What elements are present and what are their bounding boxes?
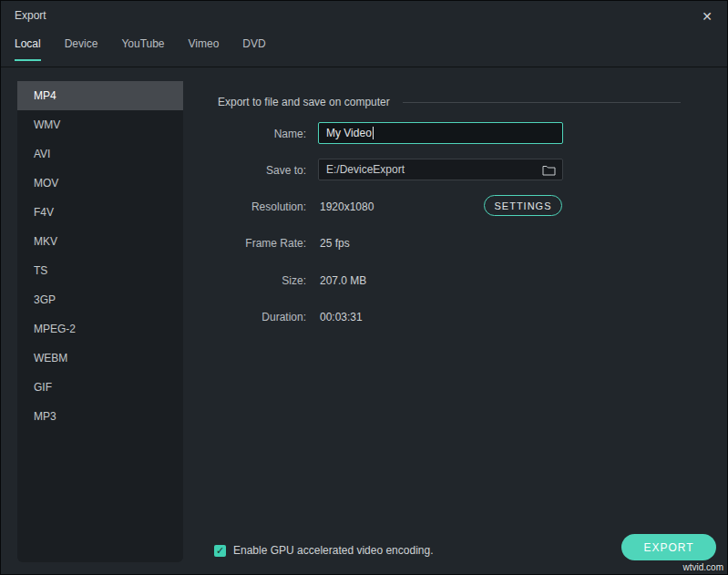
gpu-checkbox-label: Enable GPU accelerated video encoding.	[233, 544, 433, 557]
format-item-wmv[interactable]: WMV	[17, 110, 183, 139]
format-item-avi[interactable]: AVI	[17, 139, 183, 169]
tab-bar: Local Device YouTube Vimeo DVD	[15, 37, 266, 61]
tab-dvd[interactable]: DVD	[242, 37, 265, 61]
titlebar: Export ✕	[1, 1, 727, 28]
format-item-mp3[interactable]: MP3	[17, 402, 183, 431]
format-item-3gp[interactable]: 3GP	[17, 285, 183, 314]
folder-icon	[542, 164, 556, 176]
size-label: Size:	[206, 274, 306, 287]
format-item-mov[interactable]: MOV	[17, 169, 183, 198]
export-dialog: Export ✕ Local Device YouTube Vimeo DVD …	[0, 0, 728, 575]
window-title: Export	[15, 9, 46, 22]
tab-vimeo[interactable]: Vimeo	[189, 37, 220, 61]
heading-divider	[403, 102, 681, 103]
export-button[interactable]: EXPORT	[621, 534, 716, 560]
name-input-value: My Video	[326, 127, 372, 139]
format-item-mpeg2[interactable]: MPEG-2	[17, 314, 183, 344]
save-to-label: Save to:	[206, 164, 306, 177]
gpu-checkbox-row: ✓ Enable GPU accelerated video encoding.	[214, 544, 433, 557]
format-item-mp4[interactable]: MP4	[17, 81, 183, 110]
size-value: 207.0 MB	[320, 274, 366, 287]
format-item-ts[interactable]: TS	[17, 256, 183, 285]
format-item-mkv[interactable]: MKV	[17, 227, 183, 256]
panel-heading: Export to file and save on computer	[218, 96, 390, 108]
frame-rate-label: Frame Rate:	[206, 237, 306, 250]
panel-heading-row: Export to file and save on computer	[218, 96, 681, 108]
save-to-input[interactable]: E:/DeviceExport	[318, 159, 563, 180]
browse-folder-button[interactable]	[540, 161, 557, 178]
tab-divider	[1, 67, 727, 67]
gpu-checkbox[interactable]: ✓	[214, 545, 226, 557]
watermark: wtvid.com	[683, 562, 723, 572]
tab-local[interactable]: Local	[15, 37, 41, 61]
format-item-webm[interactable]: WEBM	[17, 344, 183, 373]
close-icon[interactable]: ✕	[698, 7, 716, 26]
duration-value: 00:03:31	[320, 311, 363, 323]
format-list: MP4 WMV AVI MOV F4V MKV TS 3GP MPEG-2 WE…	[17, 81, 183, 562]
name-input[interactable]: My Video	[318, 122, 563, 144]
save-to-value: E:/DeviceExport	[326, 163, 540, 176]
settings-button[interactable]: SETTINGS	[484, 195, 562, 216]
resolution-value: 1920x1080	[320, 200, 374, 213]
tab-device[interactable]: Device	[65, 37, 98, 61]
resolution-label: Resolution:	[206, 200, 306, 213]
name-label: Name:	[206, 128, 306, 140]
frame-rate-value: 25 fps	[320, 237, 350, 250]
format-item-gif[interactable]: GIF	[17, 373, 183, 402]
duration-label: Duration:	[206, 311, 306, 323]
format-item-f4v[interactable]: F4V	[17, 198, 183, 227]
tab-youtube[interactable]: YouTube	[121, 37, 164, 61]
text-caret	[373, 127, 374, 139]
